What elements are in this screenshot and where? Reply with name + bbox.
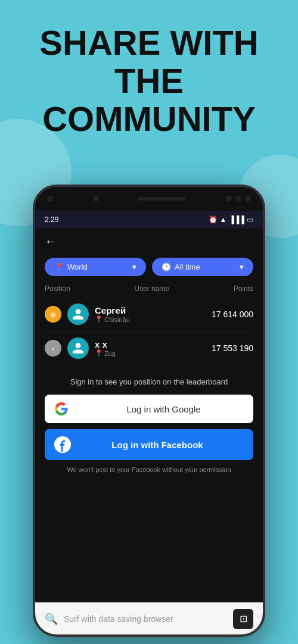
table-header: Position User name Points	[35, 280, 263, 298]
user-location-1: 📍 Chișinău	[95, 315, 212, 323]
headline-line1: SHARE WITH THE	[12, 24, 286, 100]
user-location-2: 📍 Zug	[95, 349, 212, 357]
clock-icon: 🕐	[162, 262, 171, 271]
filter-row: 📍 World ▾ 🕐 All time ▾	[35, 254, 263, 280]
browser-placeholder: Surf with data saving browser	[64, 614, 227, 624]
pin-icon-1: 📍	[95, 315, 103, 323]
status-icons: ⏰ ▲ ▐▐▐ ▭	[209, 215, 253, 224]
points-1: 17 614 000	[212, 310, 253, 319]
table-row: 2 x x 📍 Zug 17 553 190	[45, 332, 253, 365]
privacy-note: We won't post to your Facebook without y…	[45, 466, 253, 473]
rank-badge-1: 1	[45, 306, 61, 323]
world-filter-button[interactable]: 📍 World ▾	[45, 258, 146, 276]
points-2: 17 553 190	[212, 343, 253, 353]
search-icon: 🔍	[45, 612, 58, 626]
camera-dot-2	[93, 196, 99, 202]
signal-icon: ▐▐▐	[229, 215, 244, 224]
phone-camera-row	[35, 187, 263, 211]
facebook-login-label: Log in with Facebook	[71, 440, 244, 450]
headline-line2: COMMUNITY	[12, 100, 286, 138]
camera-dot-left	[47, 196, 53, 202]
camera-dot-5	[245, 196, 251, 202]
phone-speaker	[138, 197, 186, 201]
world-filter-label: World	[67, 262, 88, 271]
google-login-button[interactable]: Log in with Google	[45, 395, 253, 423]
time-filter-button[interactable]: 🕐 All time ▾	[152, 258, 253, 276]
battery-icon: ▭	[247, 215, 253, 224]
google-logo-icon	[54, 402, 69, 416]
world-filter-left: 📍 World	[54, 262, 88, 271]
medal-icon: 1	[48, 310, 58, 319]
camera-button[interactable]: ⊡	[233, 609, 253, 629]
username-2: x x	[95, 339, 212, 349]
time-chevron-icon: ▾	[240, 262, 244, 271]
table-row: 1 Сергей 📍 Chișinău 17 614 000	[45, 298, 253, 332]
col-position: Position	[45, 285, 70, 293]
back-row: ←	[35, 229, 263, 254]
google-login-label: Log in with Google	[83, 404, 244, 414]
avatar-2	[67, 337, 89, 359]
col-points: Points	[234, 285, 253, 293]
time-filter-left: 🕐 All time	[162, 262, 200, 271]
phone-frame: 2:29 ⏰ ▲ ▐▐▐ ▭ ← 📍 World ▾ 🕐	[33, 185, 265, 637]
signin-section: Sign in to see you position on the leade…	[35, 365, 263, 479]
rank-badge-2: 2	[45, 340, 61, 357]
time-filter-label: All time	[175, 262, 200, 271]
alarm-icon: ⏰	[209, 215, 218, 224]
world-chevron-icon: ▾	[132, 262, 136, 271]
google-divider	[76, 402, 76, 416]
camera-right-group	[226, 196, 251, 202]
location-icon: 📍	[54, 262, 64, 271]
svg-text:1: 1	[52, 313, 54, 317]
facebook-logo-icon	[54, 436, 71, 453]
medal-icon-2: 2	[48, 343, 58, 353]
col-username: User name	[134, 285, 169, 293]
back-button[interactable]: ←	[45, 235, 57, 248]
svg-text:2: 2	[52, 347, 54, 351]
bottom-search-bar: 🔍 Surf with data saving browser ⊡	[35, 602, 263, 634]
facebook-login-button[interactable]: Log in with Facebook	[45, 429, 253, 460]
status-time: 2:29	[45, 215, 58, 224]
camera-dot-4	[235, 196, 241, 202]
username-1: Сергей	[95, 305, 212, 315]
user-icon-1	[72, 308, 85, 321]
pin-icon-2: 📍	[95, 349, 103, 357]
user-info-2: x x 📍 Zug	[95, 339, 212, 357]
user-info-1: Сергей 📍 Chișinău	[95, 305, 212, 323]
signin-prompt: Sign in to see you position on the leade…	[45, 377, 253, 386]
phone-content: ← 📍 World ▾ 🕐 All time ▾ Position	[35, 229, 263, 623]
camera-dot-3	[226, 196, 232, 202]
status-bar: 2:29 ⏰ ▲ ▐▐▐ ▭	[35, 211, 263, 229]
camera-icon: ⊡	[240, 613, 247, 624]
headline: SHARE WITH THE COMMUNITY	[0, 24, 298, 137]
user-icon-2	[72, 342, 85, 355]
leaderboard-list: 1 Сергей 📍 Chișinău 17 614 000	[35, 298, 263, 365]
avatar-1	[67, 304, 89, 325]
wifi-icon: ▲	[220, 215, 227, 224]
